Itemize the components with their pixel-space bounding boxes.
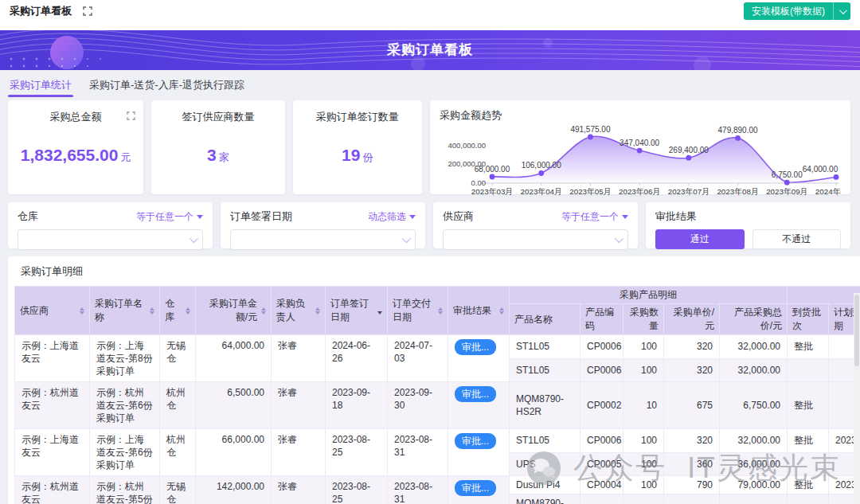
- filter-select[interactable]: [18, 229, 203, 250]
- product-cell: 320: [664, 335, 720, 359]
- product-cell: 675: [664, 494, 720, 504]
- order-cell: 示例：上海道友云: [15, 429, 90, 476]
- order-cell: 张睿: [272, 382, 326, 429]
- sort-icon[interactable]: [315, 307, 320, 315]
- product-cell: 32,000.00: [720, 429, 788, 453]
- sort-icon[interactable]: [80, 307, 84, 315]
- sort-icon[interactable]: [186, 307, 190, 315]
- fullscreen-icon[interactable]: [83, 6, 92, 16]
- order-detail-card: 采购订单明细 供应商采购订单名称仓库采购订单金额/元采购负责人订单签订日期订单交…: [8, 256, 860, 504]
- col-header-7[interactable]: 订单交付日期: [388, 287, 448, 335]
- order-cell: 示例：杭州道友云: [15, 382, 90, 429]
- top-bar: 采购订单看板 安装模板(带数据): [0, 0, 860, 30]
- trend-chart: 0.00200,000.00400,000.0068,000.002023年03…: [440, 123, 841, 199]
- product-col-header-1[interactable]: 产品名称: [510, 304, 580, 335]
- approval-status-button[interactable]: 审批...: [455, 339, 496, 355]
- sort-icon[interactable]: [438, 307, 443, 315]
- product-cell: 整批: [788, 335, 829, 359]
- filter-label: 仓库: [18, 209, 38, 224]
- product-cell: 320: [664, 358, 720, 382]
- approval-status-button[interactable]: 审批...: [455, 433, 496, 449]
- col-header-3[interactable]: 仓库: [160, 287, 196, 335]
- filter-head: 仓库等于任意一个: [18, 209, 203, 224]
- svg-text:2023年07月: 2023年07月: [668, 187, 710, 196]
- order-cell: 2023-09-18: [326, 382, 388, 429]
- svg-text:2023年05月: 2023年05月: [569, 187, 611, 196]
- order-cell: 6,500.00: [196, 382, 272, 429]
- select-chevron-icon: [190, 234, 198, 243]
- product-cell: Dusun Pi4: [510, 476, 580, 494]
- approval-option-1[interactable]: 通过: [655, 229, 745, 249]
- svg-text:269,400.00: 269,400.00: [669, 146, 709, 154]
- product-cell: 100: [624, 494, 664, 504]
- product-cell: [788, 452, 829, 476]
- approval-status-button[interactable]: 审批...: [455, 386, 496, 402]
- filter-select[interactable]: [443, 229, 628, 250]
- order-cell: 66,000.00: [196, 429, 272, 476]
- product-cell: 675: [664, 382, 720, 429]
- tab-2[interactable]: 采购订单-送货-入库-退货执行跟踪: [89, 78, 244, 97]
- filter-operator-dropdown[interactable]: 等于任意一个: [561, 210, 628, 224]
- install-template-label[interactable]: 安装模板(带数据): [744, 2, 833, 20]
- product-cell: [788, 358, 829, 382]
- order-cell: 64,000.00: [196, 335, 272, 382]
- tab-1[interactable]: 采购订单统计: [10, 78, 72, 97]
- approval-buttons: 通过不通过: [655, 229, 841, 249]
- approval-option-2[interactable]: 不通过: [752, 229, 842, 249]
- order-cell: 张睿: [272, 476, 326, 504]
- stat-label: 采购总金额: [8, 110, 143, 124]
- product-col-header-5[interactable]: 产品采购总价/元: [720, 304, 788, 335]
- col-header-1[interactable]: 供应商: [15, 287, 90, 335]
- approval-cell: 审批...: [448, 429, 510, 476]
- filter-1: 仓库等于任意一个: [8, 202, 213, 248]
- product-col-header-4[interactable]: 采购单价/元: [664, 304, 720, 335]
- product-col-header-6[interactable]: 到货批次: [788, 304, 829, 335]
- card-expand-icon[interactable]: [127, 109, 135, 123]
- sort-icon[interactable]: [377, 307, 382, 315]
- product-cell: 整批: [788, 382, 829, 429]
- table-scrollbar[interactable]: [854, 293, 860, 504]
- product-cell: ST1L05: [510, 335, 580, 359]
- sort-icon[interactable]: [499, 307, 504, 315]
- product-cell: 整批: [788, 476, 829, 494]
- order-cell: 2023-09-30: [388, 382, 448, 429]
- product-cell: 360: [664, 452, 720, 476]
- order-cell: 2023-08-25: [326, 429, 388, 476]
- filter-head: 供应商等于任意一个: [443, 209, 628, 224]
- col-header-5[interactable]: 采购负责人: [272, 287, 326, 335]
- col-header-8[interactable]: 审批结果: [448, 287, 510, 335]
- order-cell: 2024-06-26: [326, 335, 388, 382]
- order-cell: 2023-08-31: [388, 476, 448, 504]
- product-col-header-3[interactable]: 采购数量: [624, 304, 664, 335]
- trend-chart-wrap: 0.00200,000.00400,000.0068,000.002023年03…: [440, 123, 841, 202]
- product-cell: 79,000.00: [720, 476, 788, 494]
- install-template-button[interactable]: 安装模板(带数据): [744, 2, 850, 20]
- page-title: 采购订单看板: [10, 4, 72, 18]
- filter-select[interactable]: [230, 229, 416, 250]
- sort-icon[interactable]: [150, 307, 154, 315]
- stat-card-3: 采购订单签订数量19份: [293, 100, 422, 194]
- stat-card-1: 采购总金额1,832,655.00元: [8, 100, 143, 194]
- col-header-2[interactable]: 采购订单名称: [90, 287, 160, 335]
- approval-status-button[interactable]: 审批...: [455, 480, 496, 496]
- approval-cell: 审批...: [448, 382, 510, 429]
- product-cell: 36,000.00: [720, 452, 788, 476]
- operator-caret-icon: [197, 215, 203, 219]
- svg-text:68,000.00: 68,000.00: [475, 165, 510, 174]
- purchase-order-table: 供应商采购订单名称仓库采购订单金额/元采购负责人订单签订日期订单交付日期审批结果…: [14, 286, 860, 504]
- svg-text:0.00: 0.00: [471, 178, 487, 187]
- product-cell: 100: [624, 429, 664, 453]
- filter-operator-dropdown[interactable]: 等于任意一个: [136, 210, 203, 224]
- select-chevron-icon: [402, 234, 411, 243]
- select-chevron-icon: [615, 234, 624, 243]
- svg-text:2023年06月: 2023年06月: [619, 187, 660, 196]
- product-cell: ST1L05: [510, 358, 580, 382]
- svg-text:2023年09月: 2023年09月: [766, 187, 807, 196]
- product-col-header-2[interactable]: 产品编码: [580, 304, 624, 335]
- filter-operator-dropdown[interactable]: 动态筛选: [368, 210, 416, 224]
- install-dropdown-chevron-icon[interactable]: [833, 2, 850, 20]
- col-header-4[interactable]: 采购订单金额/元: [196, 287, 272, 335]
- sort-icon[interactable]: [261, 307, 266, 315]
- product-cell: CP0002: [580, 382, 624, 429]
- col-header-6[interactable]: 订单签订日期: [326, 287, 388, 335]
